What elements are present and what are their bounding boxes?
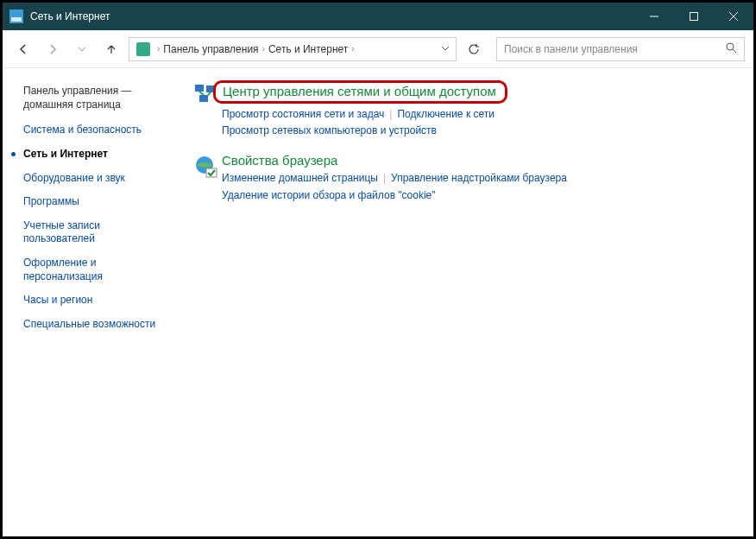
svg-rect-14 <box>206 168 217 177</box>
close-button[interactable] <box>714 3 753 30</box>
link-browser-props[interactable]: Свойства браузера <box>222 153 736 168</box>
browser-icon <box>191 153 222 203</box>
up-button[interactable] <box>99 37 123 61</box>
link-network-center[interactable]: Центр управления сетями и общим доступом <box>213 80 507 104</box>
sidebar-item-network[interactable]: Сеть и Интернет <box>23 148 172 162</box>
app-icon <box>9 10 23 23</box>
svg-rect-10 <box>199 95 208 102</box>
link-network-status[interactable]: Просмотр состояния сети и задач <box>222 108 384 120</box>
panel-icon <box>136 42 150 56</box>
address-bar[interactable]: › Панель управления › Сеть и Интернет › <box>129 37 457 61</box>
maximize-button[interactable] <box>674 3 714 30</box>
link-addons[interactable]: Управление надстройками браузера <box>391 172 567 184</box>
back-button[interactable] <box>11 37 35 61</box>
sidebar-item-system[interactable]: Система и безопасность <box>23 124 172 137</box>
search-placeholder: Поиск в панели управления <box>504 43 638 55</box>
sidebar-item-appearance[interactable]: Оформление и персонализация <box>23 257 172 283</box>
sidebar-home[interactable]: Панель управления — домашняя страница <box>23 84 172 111</box>
sidebar-item-hardware[interactable]: Оборудование и звук <box>23 172 172 186</box>
section-network-center: Центр управления сетями и общим доступом… <box>191 80 736 139</box>
content: Панель управления — домашняя страница Си… <box>3 68 753 531</box>
link-view-devices[interactable]: Просмотр сетевых компьютеров и устройств <box>222 124 437 136</box>
svg-rect-8 <box>195 85 204 92</box>
svg-line-7 <box>733 49 736 53</box>
search-input[interactable]: Поиск в панели управления <box>496 37 745 61</box>
breadcrumb-here[interactable]: Сеть и Интернет <box>268 43 348 55</box>
address-dropdown[interactable] <box>435 43 456 55</box>
link-homepage[interactable]: Изменение домашней страницы <box>222 172 378 184</box>
svg-rect-1 <box>11 17 22 22</box>
toolbar: › Панель управления › Сеть и Интернет › … <box>3 30 753 68</box>
chevron-right-icon: › <box>259 44 268 54</box>
history-dropdown[interactable] <box>70 37 94 61</box>
breadcrumb-root[interactable]: Панель управления <box>163 43 258 55</box>
sidebar-item-accounts[interactable]: Учетные записи пользователей <box>23 219 172 246</box>
window-title: Сеть и Интернет <box>30 10 634 22</box>
minimize-button[interactable] <box>634 3 674 30</box>
link-connect-network[interactable]: Подключение к сети <box>397 108 494 120</box>
svg-line-11 <box>199 92 204 95</box>
refresh-button[interactable] <box>462 37 486 61</box>
svg-rect-3 <box>690 13 698 21</box>
chevron-right-icon: › <box>348 44 357 54</box>
chevron-right-icon: › <box>154 44 163 54</box>
main-panel: Центр управления сетями и общим доступом… <box>184 68 753 531</box>
forward-button[interactable] <box>41 37 65 61</box>
sidebar-item-clock[interactable]: Часы и регион <box>23 294 172 308</box>
titlebar: Сеть и Интернет <box>3 3 753 30</box>
svg-line-12 <box>208 92 211 95</box>
sidebar-item-access[interactable]: Специальные возможности <box>23 318 172 332</box>
section-browser: Свойства браузера Изменение домашней стр… <box>191 153 736 203</box>
sidebar-item-programs[interactable]: Программы <box>23 195 172 209</box>
sidebar: Панель управления — домашняя страница Си… <box>3 68 184 531</box>
search-icon <box>726 42 737 56</box>
svg-point-6 <box>727 43 734 50</box>
link-clear-history[interactable]: Удаление истории обзора и файлов "cookie… <box>222 189 436 201</box>
